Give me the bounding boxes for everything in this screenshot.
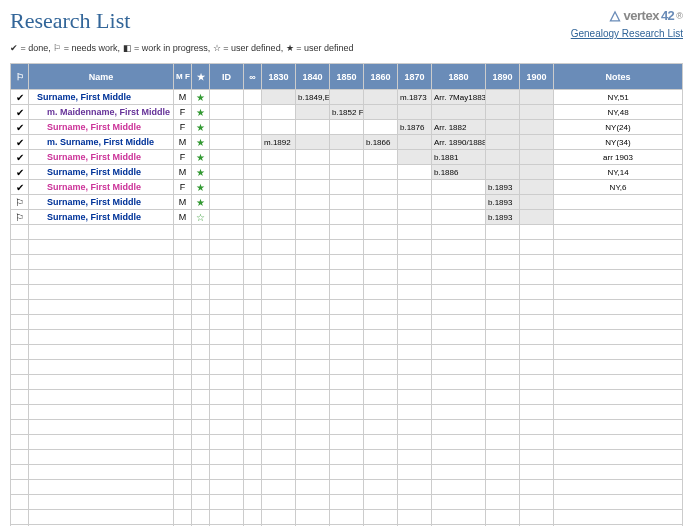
year-1900-cell — [520, 165, 554, 180]
id-cell — [210, 165, 244, 180]
year-1880-cell: b.1881 — [432, 150, 486, 165]
empty-row — [11, 345, 683, 360]
year-1840-cell — [296, 135, 330, 150]
year-1900-cell — [520, 180, 554, 195]
year-1860-cell — [364, 120, 398, 135]
name-cell[interactable]: Surname, First Middle — [29, 180, 174, 195]
id-cell — [210, 210, 244, 225]
name-cell[interactable]: m. Maidenname, First Middle — [29, 105, 174, 120]
mf-cell: F — [174, 120, 192, 135]
year-1860-cell — [364, 90, 398, 105]
notes-cell — [554, 210, 683, 225]
col-star: ★ — [192, 64, 210, 90]
year-1850-cell — [330, 165, 364, 180]
year-1860-cell — [364, 165, 398, 180]
year-1870-cell — [398, 135, 432, 150]
year-1850-cell — [330, 90, 364, 105]
col-1860: 1860 — [364, 64, 398, 90]
col-1840: 1840 — [296, 64, 330, 90]
empty-row — [11, 225, 683, 240]
vertex-icon — [608, 9, 622, 23]
id-cell — [210, 150, 244, 165]
year-1870-cell — [398, 105, 432, 120]
col-1880: 1880 — [432, 64, 486, 90]
year-1850-cell — [330, 180, 364, 195]
notes-cell: NY,14 — [554, 165, 683, 180]
mf-cell: F — [174, 105, 192, 120]
notes-cell: NY,6 — [554, 180, 683, 195]
empty-row — [11, 240, 683, 255]
star-cell: ★ — [192, 135, 210, 150]
col-flag: ⚐ — [11, 64, 29, 90]
year-1860-cell — [364, 180, 398, 195]
mf-cell: M — [174, 195, 192, 210]
name-cell[interactable]: m. Surname, First Middle — [29, 135, 174, 150]
year-1900-cell — [520, 135, 554, 150]
empty-row — [11, 450, 683, 465]
year-1830-cell — [262, 180, 296, 195]
table-row: ⚐Surname, First MiddleM★b.1893 — [11, 195, 683, 210]
star-cell: ★ — [192, 195, 210, 210]
year-1840-cell — [296, 195, 330, 210]
table-row: ⚐Surname, First MiddleM☆b.1893 — [11, 210, 683, 225]
notes-cell — [554, 195, 683, 210]
star-cell: ★ — [192, 180, 210, 195]
year-1840-cell — [296, 150, 330, 165]
col-1830: 1830 — [262, 64, 296, 90]
year-1900-cell — [520, 195, 554, 210]
star-cell: ★ — [192, 165, 210, 180]
empty-row — [11, 495, 683, 510]
year-1860-cell — [364, 195, 398, 210]
name-cell[interactable]: Surname, First Middle — [29, 195, 174, 210]
star-cell: ★ — [192, 105, 210, 120]
table-header-row: ⚐ Name M F ★ ID ∞ 1830 1840 1850 1860 18… — [11, 64, 683, 90]
notes-cell: NY(24) — [554, 120, 683, 135]
genealogy-link[interactable]: Genealogy Research List — [571, 28, 683, 39]
name-cell[interactable]: Surname, First Middle — [29, 210, 174, 225]
name-cell[interactable]: Surname, First Middle — [29, 150, 174, 165]
flag-cell: ✔ — [11, 135, 29, 150]
year-1880-cell — [432, 105, 486, 120]
year-1840-cell — [296, 180, 330, 195]
research-table: ⚐ Name M F ★ ID ∞ 1830 1840 1850 1860 18… — [10, 63, 683, 526]
star-cell: ★ — [192, 90, 210, 105]
empty-row — [11, 480, 683, 495]
year-1850-cell: b.1852 France — [330, 105, 364, 120]
name-cell[interactable]: Surname, First Middle — [29, 90, 174, 105]
year-1870-cell — [398, 165, 432, 180]
year-1850-cell — [330, 210, 364, 225]
year-1830-cell: m.1892 — [262, 135, 296, 150]
year-1880-cell — [432, 195, 486, 210]
year-1850-cell — [330, 195, 364, 210]
legend-text: ✔ = done, ⚐ = needs work, ◧ = work in pr… — [10, 43, 683, 53]
year-1890-cell — [486, 165, 520, 180]
empty-row — [11, 420, 683, 435]
notes-cell: NY,51 — [554, 90, 683, 105]
name-cell[interactable]: Surname, First Middle — [29, 120, 174, 135]
page-title: Research List — [10, 8, 130, 34]
vertex-logo: vertex42® — [571, 8, 683, 23]
col-notes: Notes — [554, 64, 683, 90]
year-1850-cell — [330, 150, 364, 165]
year-1880-cell — [432, 180, 486, 195]
empty-row — [11, 315, 683, 330]
empty-row — [11, 375, 683, 390]
id-cell — [210, 105, 244, 120]
col-1850: 1850 — [330, 64, 364, 90]
table-row: ✔m. Maidenname, First MiddleF★b.1852 Fra… — [11, 105, 683, 120]
year-1890-cell — [486, 135, 520, 150]
year-1830-cell — [262, 150, 296, 165]
id-cell — [210, 195, 244, 210]
mf-cell: F — [174, 150, 192, 165]
name-cell[interactable]: Surname, First Middle — [29, 165, 174, 180]
table-row: ✔Surname, First MiddleF★b.1893NY,6 — [11, 180, 683, 195]
inf-cell — [244, 135, 262, 150]
empty-row — [11, 360, 683, 375]
year-1830-cell — [262, 90, 296, 105]
year-1890-cell: b.1893 — [486, 210, 520, 225]
inf-cell — [244, 90, 262, 105]
id-cell — [210, 180, 244, 195]
table-row: ✔Surname, First MiddleM★b.1886NY,14 — [11, 165, 683, 180]
col-1890: 1890 — [486, 64, 520, 90]
empty-row — [11, 390, 683, 405]
